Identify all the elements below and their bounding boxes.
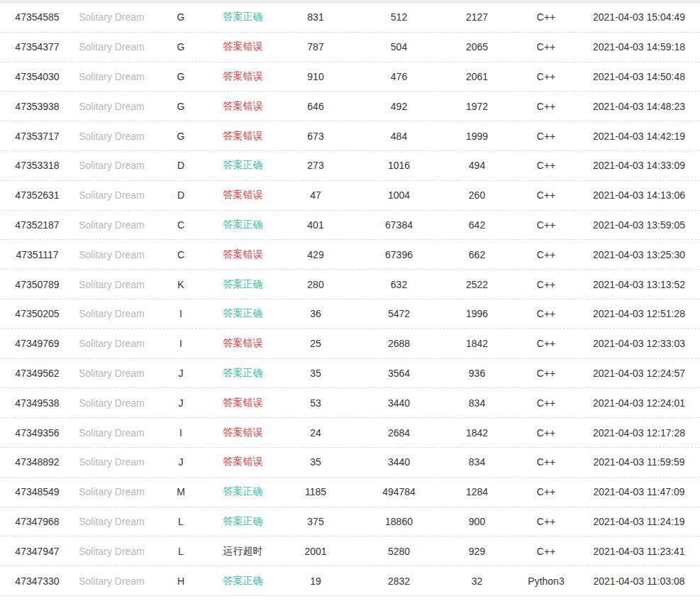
cell-language: C++ [514, 338, 578, 349]
cell-username[interactable]: Solitary Dream [74, 11, 149, 23]
cell-problem[interactable]: M [149, 486, 213, 497]
cell-submission-id[interactable]: 47350205 [0, 308, 74, 319]
cell-code-length: 936 [440, 368, 514, 379]
cell-status[interactable]: 运行超时 [213, 545, 273, 558]
cell-language: C++ [514, 308, 578, 319]
cell-status[interactable]: 答案正确 [213, 11, 273, 23]
cell-status[interactable]: 答案错误 [213, 100, 273, 113]
cell-status[interactable]: 答案错误 [213, 70, 273, 83]
cell-username[interactable]: Solitary Dream [74, 456, 149, 468]
cell-submission-id[interactable]: 47349769 [0, 338, 74, 349]
cell-status[interactable]: 答案错误 [213, 426, 273, 439]
cell-problem[interactable]: I [149, 338, 213, 349]
cell-status[interactable]: 答案错误 [213, 130, 273, 143]
cell-username[interactable]: Solitary Dream [74, 397, 149, 409]
cell-status[interactable]: 答案错误 [213, 337, 273, 350]
cell-problem[interactable]: J [149, 368, 213, 379]
cell-memory: 3564 [358, 368, 440, 379]
cell-status[interactable]: 答案错误 [213, 40, 273, 53]
cell-submission-id[interactable]: 47352631 [0, 189, 74, 201]
cell-submission-id[interactable]: 47347330 [0, 575, 74, 587]
cell-run-time: 673 [273, 131, 358, 142]
cell-submission-id[interactable]: 47351117 [0, 249, 74, 260]
cell-status[interactable]: 答案正确 [213, 307, 273, 320]
cell-submission-id[interactable]: 47347968 [0, 516, 74, 527]
cell-username[interactable]: Solitary Dream [74, 368, 149, 379]
cell-username[interactable]: Solitary Dream [74, 575, 149, 587]
cell-language: C++ [514, 397, 578, 409]
cell-username[interactable]: Solitary Dream [74, 219, 149, 231]
cell-language: C++ [514, 131, 578, 142]
cell-problem[interactable]: C [149, 219, 213, 231]
cell-problem[interactable]: J [149, 397, 213, 409]
cell-status[interactable]: 答案正确 [213, 515, 273, 528]
cell-status[interactable]: 答案正确 [213, 159, 273, 172]
cell-submission-id[interactable]: 47353318 [0, 160, 74, 171]
cell-run-time: 24 [273, 427, 358, 439]
cell-username[interactable]: Solitary Dream [74, 546, 149, 557]
cell-problem[interactable]: G [149, 71, 213, 82]
cell-problem[interactable]: G [149, 41, 213, 53]
cell-submission-id[interactable]: 47349538 [0, 397, 74, 409]
cell-username[interactable]: Solitary Dream [74, 71, 149, 82]
cell-submission-id[interactable]: 47349562 [0, 368, 74, 379]
cell-username[interactable]: Solitary Dream [74, 101, 149, 112]
cell-status[interactable]: 答案正确 [213, 575, 273, 588]
cell-problem[interactable]: K [149, 279, 213, 290]
cell-submission-id[interactable]: 47348892 [0, 456, 74, 468]
cell-username[interactable]: Solitary Dream [74, 189, 149, 201]
cell-memory: 632 [358, 279, 440, 290]
cell-problem[interactable]: L [149, 546, 213, 557]
cell-problem[interactable]: L [149, 516, 213, 527]
cell-problem[interactable]: D [149, 160, 213, 171]
cell-problem[interactable]: C [149, 249, 213, 260]
cell-problem[interactable]: I [149, 427, 213, 439]
cell-run-time: 35 [273, 368, 358, 379]
cell-username[interactable]: Solitary Dream [74, 338, 149, 349]
cell-username[interactable]: Solitary Dream [74, 131, 149, 142]
cell-problem[interactable]: I [149, 308, 213, 319]
cell-run-time: 1185 [273, 486, 358, 497]
submission-row: 47354585Solitary DreamG答案正确8315122127C++… [0, 3, 700, 33]
cell-submit-time: 2021-04-03 14:13:06 [578, 189, 700, 201]
cell-memory: 1004 [358, 189, 440, 201]
cell-status[interactable]: 答案正确 [213, 367, 273, 380]
submission-row: 47351117Solitary DreamC答案错误42967396662C+… [0, 240, 700, 270]
submission-row: 47349538Solitary DreamJ答案错误533440834C++2… [0, 388, 700, 418]
cell-problem[interactable]: G [149, 11, 213, 23]
cell-username[interactable]: Solitary Dream [74, 308, 149, 319]
cell-run-time: 47 [273, 189, 358, 201]
cell-problem[interactable]: G [149, 101, 213, 112]
cell-status[interactable]: 答案正确 [213, 219, 273, 231]
cell-problem[interactable]: J [149, 456, 213, 468]
cell-status[interactable]: 答案错误 [213, 248, 273, 261]
cell-username[interactable]: Solitary Dream [74, 486, 149, 497]
cell-username[interactable]: Solitary Dream [74, 41, 149, 53]
cell-submit-time: 2021-04-03 12:24:57 [578, 368, 700, 379]
cell-username[interactable]: Solitary Dream [74, 160, 149, 171]
cell-submission-id[interactable]: 47347947 [0, 546, 74, 557]
cell-memory: 2684 [358, 427, 440, 439]
cell-submission-id[interactable]: 47354377 [0, 41, 74, 53]
cell-status[interactable]: 答案正确 [213, 485, 273, 498]
cell-username[interactable]: Solitary Dream [74, 249, 149, 260]
cell-submission-id[interactable]: 47354030 [0, 71, 74, 82]
cell-status[interactable]: 答案错误 [213, 189, 273, 202]
cell-run-time: 429 [273, 249, 358, 260]
cell-status[interactable]: 答案错误 [213, 456, 273, 468]
cell-submission-id[interactable]: 47349356 [0, 427, 74, 439]
cell-problem[interactable]: H [149, 575, 213, 587]
cell-username[interactable]: Solitary Dream [74, 279, 149, 290]
cell-problem[interactable]: D [149, 189, 213, 201]
cell-submission-id[interactable]: 47350789 [0, 279, 74, 290]
cell-submission-id[interactable]: 47348549 [0, 486, 74, 497]
cell-status[interactable]: 答案正确 [213, 278, 273, 291]
cell-submission-id[interactable]: 47353938 [0, 101, 74, 112]
cell-username[interactable]: Solitary Dream [74, 427, 149, 439]
cell-submission-id[interactable]: 47354585 [0, 11, 74, 23]
cell-status[interactable]: 答案错误 [213, 397, 273, 409]
cell-submission-id[interactable]: 47353717 [0, 131, 74, 142]
cell-username[interactable]: Solitary Dream [74, 516, 149, 527]
cell-problem[interactable]: G [149, 131, 213, 142]
cell-submission-id[interactable]: 47352187 [0, 219, 74, 231]
